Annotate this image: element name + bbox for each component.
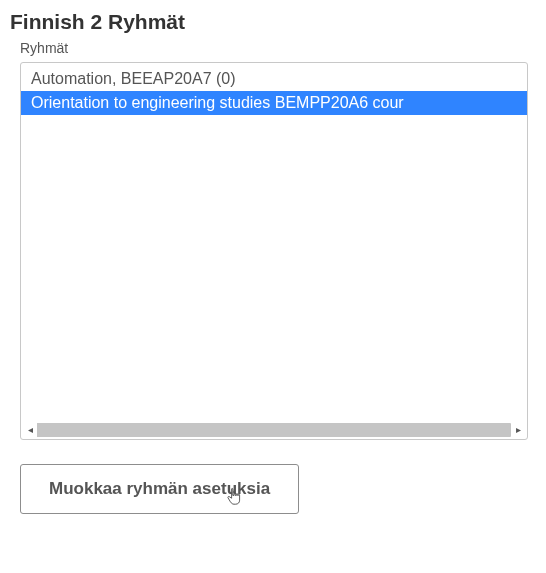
horizontal-scrollbar[interactable]: ◂ ▸	[23, 423, 525, 437]
scroll-left-icon[interactable]: ◂	[23, 423, 37, 437]
groups-listbox[interactable]: Automation, BEEAP20A7 (0) Orientation to…	[20, 62, 528, 440]
page-title: Finnish 2 Ryhmät	[10, 10, 538, 34]
list-item[interactable]: Orientation to engineering studies BEMPP…	[21, 91, 527, 115]
scroll-thumb[interactable]	[37, 423, 464, 437]
scroll-right-icon[interactable]: ▸	[511, 423, 525, 437]
section-label-groups: Ryhmät	[20, 40, 538, 56]
edit-group-settings-button[interactable]: Muokkaa ryhmän asetuksia	[20, 464, 299, 514]
edit-button-label: Muokkaa ryhmän asetuksia	[49, 479, 270, 499]
scroll-track[interactable]	[37, 423, 511, 437]
list-item[interactable]: Automation, BEEAP20A7 (0)	[21, 67, 527, 91]
